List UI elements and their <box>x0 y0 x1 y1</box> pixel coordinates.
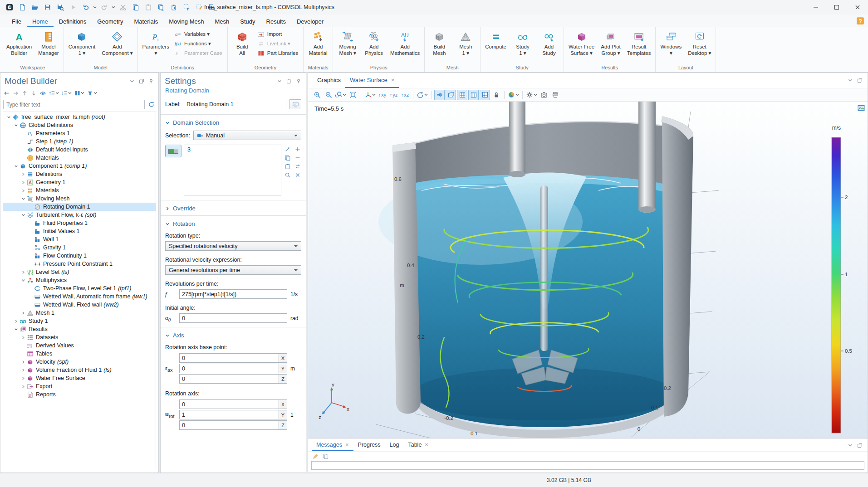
redo-caret-icon[interactable] <box>111 2 116 13</box>
tree-item-rotating-domain-1[interactable]: Rotating Domain 1 <box>3 203 156 211</box>
collapse-arrow-icon[interactable] <box>20 197 26 201</box>
graphics-canvas[interactable]: Time=5.5 s <box>308 102 868 438</box>
menu-home[interactable]: Home <box>27 15 54 27</box>
tree-item-moving-mesh[interactable]: Moving Mesh <box>3 195 156 203</box>
add-plot-group-button[interactable]: Add PlotGroup ▾ <box>598 29 624 57</box>
menu-results[interactable]: Results <box>261 15 291 27</box>
component-1-button[interactable]: Component1 ▾ <box>65 29 98 57</box>
variables-button[interactable]: a=Variables ▾ <box>172 29 226 39</box>
tree-item-component-1[interactable]: Component 1(comp 1) <box>3 162 156 170</box>
functions-button[interactable]: f(x)Functions ▾ <box>172 39 226 48</box>
new-file-button[interactable] <box>16 2 28 13</box>
tree-item-level-set[interactable]: Level Set(ls) <box>3 268 156 276</box>
selection-dropdown[interactable]: Manual <box>193 131 301 140</box>
axis-vec-z-input[interactable] <box>179 420 287 430</box>
tree-item-derived-values[interactable]: 8.85e-12Derived Values <box>3 341 156 350</box>
moving-mesh-ribbon-button[interactable]: MovingMesh ▾ <box>334 29 361 57</box>
tree-item-tables[interactable]: Tables <box>3 350 156 358</box>
refresh-icon[interactable] <box>147 100 156 109</box>
collapse-arrow-icon[interactable] <box>13 164 19 168</box>
expand-arrow-icon[interactable] <box>20 172 26 176</box>
override-header[interactable]: Override <box>173 205 196 212</box>
zoom-out-button[interactable] <box>323 90 333 100</box>
nav-forward-button[interactable] <box>11 88 20 97</box>
show-label-button[interactable] <box>289 99 301 109</box>
compute-button[interactable]: Compute <box>482 29 510 51</box>
menu-moving-mesh[interactable]: Moving Mesh <box>163 15 209 27</box>
tab-table[interactable]: Table× <box>403 439 432 451</box>
section-collapsed-icon[interactable] <box>165 206 170 211</box>
maximize-button[interactable] <box>826 0 847 15</box>
show-button[interactable] <box>39 88 47 97</box>
close-tab-icon[interactable]: × <box>391 77 395 83</box>
default-view-button[interactable] <box>364 90 376 100</box>
tree-item-gravity-1[interactable]: DGravity 1 <box>3 244 156 252</box>
tree-item-reports[interactable]: Reports <box>3 390 156 399</box>
float-panel-icon[interactable] <box>857 77 863 83</box>
tree-item-wetted-wall-automatic-from-frame[interactable]: Wetted Wall, Automatic from frame(ww1) <box>3 292 156 301</box>
menu-geometry[interactable]: Geometry <box>92 15 128 27</box>
zoom-in-button[interactable] <box>312 90 322 100</box>
rotation-type-dropdown[interactable]: Specified rotational velocity <box>165 241 301 251</box>
pin-panel-icon[interactable] <box>295 78 302 84</box>
model-manager-button[interactable]: ModelManager <box>35 29 62 57</box>
float-panel-icon[interactable] <box>286 78 292 84</box>
minimize-button[interactable] <box>805 0 826 15</box>
filter-input[interactable] <box>3 100 145 109</box>
nav-back-button[interactable] <box>2 88 11 97</box>
tree-item-free-surface-mixer-ls-mph[interactable]: free_surface_mixer_ls.mph(root) <box>3 113 156 121</box>
menu-file[interactable]: File <box>6 15 27 27</box>
zoom-extents-button[interactable] <box>348 90 358 100</box>
undo-caret-icon[interactable] <box>93 2 97 13</box>
tree-item-datasets[interactable]: Datasets <box>3 333 156 341</box>
copy-button[interactable] <box>130 2 141 13</box>
collapse-arrow-icon[interactable] <box>13 123 19 127</box>
tree-item-two-phase-flow-level-set-1[interactable]: Two-Phase Flow, Level Set 1(tpf1) <box>3 284 156 292</box>
deselect-button[interactable] <box>294 171 301 179</box>
section-expanded-icon[interactable] <box>165 333 170 338</box>
lock-button[interactable] <box>491 90 501 100</box>
messages-content[interactable] <box>311 461 864 470</box>
tree-item-geometry-1[interactable]: Geometry 1 <box>3 178 156 186</box>
panel-menu-icon[interactable] <box>276 78 283 84</box>
tab-progress[interactable]: Progress <box>353 439 385 451</box>
plot-settings-button[interactable] <box>525 90 538 100</box>
copy-button[interactable] <box>284 154 291 161</box>
go-to-xy-view-button[interactable]: ↑xy <box>377 90 387 100</box>
go-to-xz-view-button[interactable]: ↑xz <box>400 90 410 100</box>
add-button[interactable] <box>294 146 301 153</box>
close-tab-icon[interactable]: × <box>425 441 428 448</box>
livelink-button[interactable]: LiveLink ▾ <box>255 39 302 48</box>
comsol-logo-button[interactable] <box>4 2 15 13</box>
part-libraries-button[interactable]: Part Libraries <box>255 48 302 58</box>
tree-item-definitions[interactable]: Definitions <box>3 170 156 178</box>
save-button[interactable] <box>42 2 53 13</box>
snapshot-cam-button[interactable] <box>539 90 549 100</box>
application-builder-button[interactable]: AApplicationBuilder <box>3 29 35 57</box>
tab-graphics[interactable]: Graphics <box>313 73 345 88</box>
close-button[interactable] <box>847 0 868 15</box>
windows-button[interactable]: Windows▾ <box>657 29 685 57</box>
panel-menu-icon[interactable] <box>847 442 853 448</box>
print-button[interactable] <box>550 90 560 100</box>
tree-item-export[interactable]: Export <box>3 382 156 390</box>
section-expanded-icon[interactable] <box>165 121 170 125</box>
build-all-button[interactable]: BuildAll <box>229 29 255 57</box>
tree-item-step-1[interactable]: Step 1(step 1) <box>3 137 156 146</box>
add-study-button[interactable]: AddStudy <box>536 29 562 57</box>
pin-panel-icon[interactable] <box>148 78 154 84</box>
transparency-button[interactable] <box>434 90 445 100</box>
menu-study[interactable]: Study <box>235 15 260 27</box>
panel-menu-icon[interactable] <box>847 77 853 83</box>
tree-item-materials[interactable]: Materials <box>3 154 156 162</box>
parameters-pi-button[interactable]: PiParameters▾ <box>139 29 172 57</box>
study-1-button[interactable]: Study1 ▾ <box>510 29 536 57</box>
paste-button[interactable] <box>142 2 154 13</box>
select-button[interactable] <box>181 2 192 13</box>
remove-button[interactable] <box>294 154 301 161</box>
swap-button[interactable] <box>294 163 301 170</box>
tree-item-wall-1[interactable]: DWall 1 <box>3 235 156 244</box>
mesh-1-button[interactable]: Mesh1 ▾ <box>452 29 479 57</box>
zoom-box-button[interactable] <box>334 90 347 100</box>
tree-item-results[interactable]: Results <box>3 325 156 333</box>
